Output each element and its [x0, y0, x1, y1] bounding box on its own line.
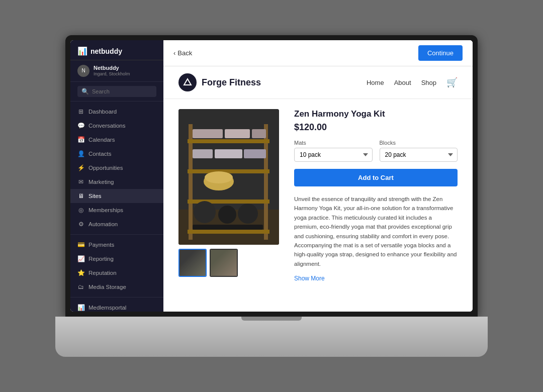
back-chevron-icon: ‹ — [173, 49, 175, 57]
svg-rect-8 — [188, 230, 269, 234]
main-content: ‹ Back Continue — [163, 40, 473, 312]
user-info: Netbuddy Ingard, Stockholm — [94, 64, 130, 77]
search-input[interactable] — [92, 88, 152, 94]
store-nav-home[interactable]: Home — [367, 79, 384, 86]
store-brand: Forge Fitness — [178, 73, 261, 91]
sidebar-item-media-storage[interactable]: 🗂 Media Storage — [70, 280, 163, 294]
svg-rect-5 — [188, 139, 269, 143]
sidebar-item-label: Dashboard — [88, 109, 117, 115]
dashboard-icon: ⊞ — [77, 108, 84, 115]
sidebar-item-label: Marketing — [88, 179, 114, 185]
sidebar-item-conversations[interactable]: 💬 Conversations — [70, 119, 163, 133]
add-to-cart-button[interactable]: Add to Cart — [294, 169, 458, 186]
mats-select[interactable]: 5 pack 10 pack 20 pack — [294, 148, 373, 162]
svg-rect-11 — [252, 129, 266, 138]
mats-label: Mats — [294, 140, 373, 146]
product-images — [178, 109, 279, 282]
svg-rect-9 — [193, 129, 223, 138]
sidebar-item-opportunities[interactable]: ⚡ Opportunities — [70, 161, 163, 175]
opportunities-icon: ⚡ — [77, 164, 84, 171]
media-storage-icon: 🗂 — [77, 283, 84, 290]
sidebar-logo: 📊 netbuddy — [70, 40, 163, 60]
sidebar-item-reporting[interactable]: 📈 Reporting — [70, 252, 163, 266]
blocks-select[interactable]: 10 pack 20 pack 30 pack — [380, 148, 458, 162]
sidebar-item-label: Automation — [88, 221, 118, 227]
svg-rect-10 — [225, 129, 250, 138]
calendars-icon: 📅 — [77, 136, 84, 143]
blocks-label: Blocks — [380, 140, 458, 146]
svg-rect-6 — [188, 169, 269, 173]
svg-point-18 — [218, 206, 236, 224]
svg-rect-13 — [215, 149, 242, 158]
avatar: N — [77, 65, 89, 77]
svg-point-16 — [205, 171, 233, 183]
back-button[interactable]: ‹ Back — [173, 49, 192, 57]
sidebar-item-label: Memberships — [88, 207, 123, 213]
show-more-link[interactable]: Show More — [294, 275, 325, 282]
svg-rect-20 — [193, 225, 263, 230]
svg-point-17 — [194, 201, 216, 223]
product-title: Zen Harmony Yoga Kit — [294, 109, 458, 119]
store-content: Forge Fitness Home About Shop 🛒 — [163, 66, 473, 312]
sidebar-item-label: Reporting — [88, 256, 114, 262]
sidebar-user: N Netbuddy Ingard, Stockholm — [70, 60, 163, 82]
cart-icon[interactable]: 🛒 — [446, 77, 458, 88]
sidebar-item-contacts[interactable]: 👤 Contacts — [70, 147, 163, 161]
sidebar-item-payments[interactable]: 💳 Payments — [70, 238, 163, 252]
reporting-icon: 📈 — [77, 255, 84, 262]
sidebar-item-sites[interactable]: 🖥 Sites — [70, 189, 163, 203]
svg-point-19 — [238, 204, 258, 224]
sidebar-item-label: Reputation — [88, 270, 117, 276]
store-name: Forge Fitness — [202, 77, 261, 88]
thumbnail-row — [178, 249, 279, 277]
search-area: 🔍 — [70, 82, 163, 102]
nav-divider — [70, 234, 163, 235]
sidebar-item-dashboard[interactable]: ⊞ Dashboard — [70, 105, 163, 119]
store-logo-icon — [178, 73, 197, 91]
sidebar-item-label: Medlemsportal — [88, 305, 126, 311]
thumbnail-2[interactable] — [210, 249, 238, 277]
sidebar-item-memberships[interactable]: ◎ Memberships — [70, 203, 163, 217]
sidebar-item-memberportal[interactable]: 📊 Medlemsportal — [70, 301, 163, 312]
thumbnail-1[interactable] — [178, 249, 207, 277]
sidebar-item-automation[interactable]: ⚙ Automation — [70, 217, 163, 231]
sidebar-item-label: Opportunities — [88, 165, 123, 171]
back-label: Back — [177, 49, 192, 57]
continue-button[interactable]: Continue — [418, 45, 463, 61]
top-bar: ‹ Back Continue — [163, 40, 473, 66]
sidebar-item-label: Conversations — [88, 123, 126, 129]
sidebar-item-label: Contacts — [88, 151, 111, 157]
laptop-base — [55, 317, 488, 357]
mats-option: Mats 5 pack 10 pack 20 pack — [294, 140, 373, 162]
sidebar-item-reputation[interactable]: ⭐ Reputation — [70, 266, 163, 280]
store-header: Forge Fitness Home About Shop 🛒 — [163, 66, 473, 99]
sidebar: 📊 netbuddy N Netbuddy Ingard, Stockholm — [70, 40, 163, 312]
blocks-option: Blocks 10 pack 20 pack 30 pack — [380, 140, 458, 162]
sidebar-item-label: Calendars — [88, 137, 115, 143]
product-main-image — [178, 109, 279, 245]
product-section: Zen Harmony Yoga Kit $120.00 Mats 5 pack… — [163, 99, 473, 292]
svg-rect-12 — [193, 149, 213, 158]
sidebar-item-calendars[interactable]: 📅 Calendars — [70, 133, 163, 147]
automation-icon: ⚙ — [77, 221, 84, 228]
svg-marker-0 — [184, 79, 191, 85]
payments-icon: 💳 — [77, 241, 84, 248]
svg-rect-14 — [244, 149, 266, 158]
product-description: Unveil the essence of tranquility and st… — [294, 194, 458, 268]
memberships-icon: ◎ — [77, 207, 84, 214]
sidebar-nav: ⊞ Dashboard 💬 Conversations 📅 Calendars … — [70, 102, 163, 312]
store-nav: Home About Shop 🛒 — [367, 77, 458, 88]
logo-text: netbuddy — [90, 47, 122, 55]
store-nav-shop[interactable]: Shop — [421, 79, 436, 86]
sidebar-item-label: Payments — [88, 242, 114, 248]
contacts-icon: 👤 — [77, 150, 84, 157]
conversations-icon: 💬 — [77, 122, 84, 129]
sidebar-item-marketing[interactable]: ✉ Marketing — [70, 175, 163, 189]
memberportal-icon: 📊 — [77, 304, 84, 311]
user-location: Ingard, Stockholm — [94, 71, 130, 77]
logo-icon: 📊 — [77, 46, 87, 56]
nav-divider-2 — [70, 297, 163, 298]
search-icon: 🔍 — [81, 88, 89, 95]
store-nav-about[interactable]: About — [394, 79, 411, 86]
reputation-icon: ⭐ — [77, 269, 84, 276]
